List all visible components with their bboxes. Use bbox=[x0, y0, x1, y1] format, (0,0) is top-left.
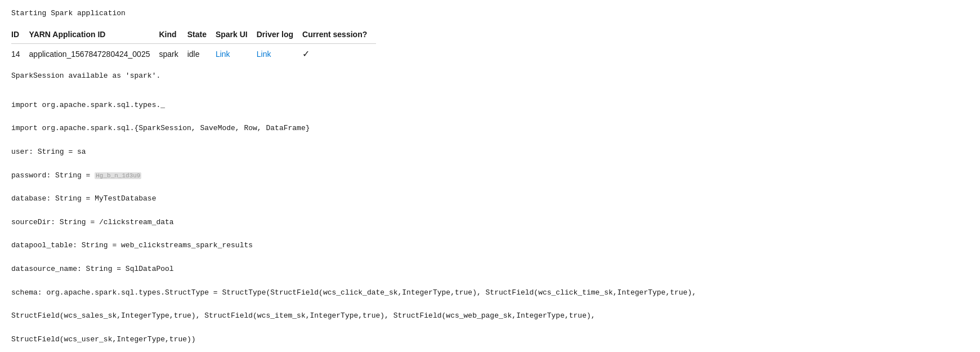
code-line-2: import org.apache.spark.sql.{SparkSessio… bbox=[11, 124, 310, 132]
driver-log-link[interactable]: Link bbox=[257, 50, 271, 59]
spark-ui-link[interactable]: Link bbox=[216, 50, 230, 59]
col-header-yarn-app-id: YARN Application ID bbox=[29, 25, 159, 44]
cell-yarn-app-id: application_1567847280424_0025 bbox=[29, 44, 159, 64]
col-header-spark-ui: Spark UI bbox=[216, 25, 257, 44]
col-header-kind: Kind bbox=[159, 25, 187, 44]
cell-spark-ui[interactable]: Link bbox=[216, 44, 257, 64]
code-line-4-prefix: password: String = bbox=[11, 171, 95, 180]
code-line-3: user: String = sa bbox=[11, 148, 86, 156]
cell-id: 14 bbox=[11, 44, 29, 64]
code-line-10: StructField(wcs_sales_sk,IntegerType,tru… bbox=[11, 311, 596, 320]
table-header-row: ID YARN Application ID Kind State Spark … bbox=[11, 25, 376, 44]
col-header-driver-log: Driver log bbox=[257, 25, 302, 44]
code-line-6: sourceDir: String = /clickstream_data bbox=[11, 218, 174, 226]
table-row: 14 application_1567847280424_0025 spark … bbox=[11, 44, 376, 64]
col-header-id: ID bbox=[11, 25, 29, 44]
col-header-state: State bbox=[187, 25, 216, 44]
code-line-11: StructField(wcs_user_sk,IntegerType,true… bbox=[11, 335, 196, 344]
cell-state: idle bbox=[187, 44, 216, 64]
table-container: ID YARN Application ID Kind State Spark … bbox=[11, 25, 969, 64]
starting-spark-line: Starting Spark application bbox=[11, 9, 969, 17]
col-header-current-session: Current session? bbox=[302, 25, 376, 44]
code-line-7: datapool_table: String = web_clickstream… bbox=[11, 241, 253, 249]
cell-driver-log[interactable]: Link bbox=[257, 44, 302, 64]
code-line-5: database: String = MyTestDatabase bbox=[11, 194, 156, 203]
spark-sessions-table: ID YARN Application ID Kind State Spark … bbox=[11, 25, 376, 64]
code-line-8: datasource_name: String = SqlDataPool bbox=[11, 265, 174, 273]
code-output-block: import org.apache.spark.sql.types._ impo… bbox=[11, 88, 969, 352]
code-line-1: import org.apache.spark.sql.types._ bbox=[11, 101, 165, 109]
password-redacted: Hg_b_n_1d3u9 bbox=[95, 172, 141, 179]
cell-kind: spark bbox=[159, 44, 187, 64]
spark-session-available-line: SparkSession available as 'spark'. bbox=[11, 72, 969, 80]
code-line-9: schema: org.apache.spark.sql.types.Struc… bbox=[11, 288, 696, 297]
cell-current-session: ✓ bbox=[302, 44, 376, 64]
